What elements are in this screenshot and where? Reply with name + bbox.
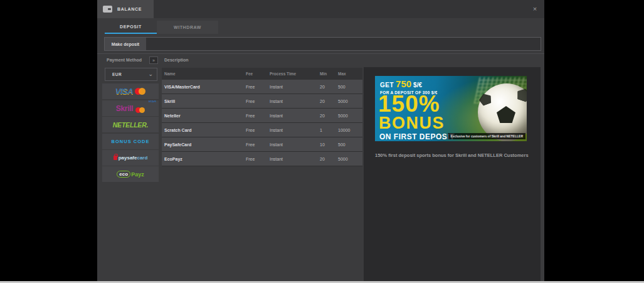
payment-tile-bonus-code[interactable]: BONUS CODE <box>102 134 159 149</box>
promo-caption: 150% first deposit sports bonus for Skri… <box>375 152 533 158</box>
paysafecard-logo: paysafe card <box>113 155 148 161</box>
modal-title: BALANCE <box>117 7 142 11</box>
tab-withdraw[interactable]: WITHDRAW <box>157 21 218 34</box>
promo-bonus-word: BONUS <box>379 115 445 132</box>
currency-selected-value: EUR <box>112 72 122 77</box>
currency-select[interactable]: EUR ⌄ <box>105 68 157 81</box>
promo-exclusive-note: Exclusive for customers of Skrill and NE… <box>448 133 525 139</box>
col-max: Max <box>338 72 346 76</box>
lock-icon <box>113 156 117 160</box>
col-min: Min <box>320 72 327 76</box>
bonus-code-logo: BONUS CODE <box>112 139 150 144</box>
bonus-banner[interactable]: GET 750 $/€ FOR A DEPOSIT OF 300 $/€ 150… <box>375 76 527 141</box>
description-panel: GET 750 $/€ FOR A DEPOSIT OF 300 $/€ 150… <box>364 67 541 281</box>
col-name: Name <box>164 72 176 76</box>
promo-headline: GET 750 $/€ <box>380 78 422 89</box>
collapse-panel-icon[interactable]: » <box>149 56 158 64</box>
section-divider <box>97 53 544 54</box>
payment-tile-visa-mastercard[interactable]: VISA <box>102 83 159 99</box>
table-row[interactable]: EcoPayz Free Instant 20 5000 <box>162 152 362 166</box>
modal-header: BALANCE × <box>97 0 544 18</box>
payment-tile-ecopayz[interactable]: eco Payz <box>102 166 159 182</box>
balance-modal: BALANCE × DEPOSIT WITHDRAW Make deposit … <box>97 0 544 281</box>
ecopayz-logo: eco Payz <box>117 171 144 178</box>
payment-tile-skrill[interactable]: Skrill VISA <box>102 100 159 116</box>
col-process-time: Process Time <box>270 72 296 76</box>
table-row[interactable]: Scratch Card Free Instant 1 10000 <box>162 123 362 137</box>
wallet-icon <box>103 6 112 13</box>
visa-logo: VISA <box>115 87 133 96</box>
tab-deposit[interactable]: DEPOSIT <box>105 21 157 34</box>
visa-small-logo: VISA <box>148 100 156 103</box>
table-row[interactable]: PaySafeCard Free Instant 10 500 <box>162 137 362 152</box>
make-deposit-button[interactable]: Make deposit <box>105 38 146 50</box>
close-icon[interactable]: × <box>529 3 541 14</box>
col-fee: Fee <box>246 72 253 76</box>
chevron-down-icon: ⌄ <box>148 71 153 77</box>
mastercard-icon <box>135 107 145 113</box>
page-background: BALANCE × DEPOSIT WITHDRAW Make deposit … <box>0 0 644 283</box>
payment-tile-neteller[interactable]: NETELLER. <box>102 117 159 132</box>
payment-method-label: Payment Method <box>107 58 142 62</box>
mastercard-icon <box>135 88 145 95</box>
table-row[interactable]: Neteller Free Instant 20 5000 <box>162 109 362 123</box>
tab-balance[interactable]: BALANCE <box>97 0 154 18</box>
deposit-action-bar: Make deposit <box>104 37 541 51</box>
description-label: Description <box>164 58 189 62</box>
skrill-logo: Skrill VISA <box>116 104 145 113</box>
payment-tile-paysafecard[interactable]: paysafe card <box>102 150 159 166</box>
neteller-logo: NETELLER. <box>113 121 149 129</box>
table-row[interactable]: VISA/MasterCard Free Instant 20 500 <box>162 80 362 94</box>
promo-percent: 150% <box>378 92 440 115</box>
table-header-row: Name Fee Process Time Min Max <box>162 68 362 80</box>
promo-on-first-deposit: ON FIRST DEPOSIT <box>379 132 455 141</box>
payment-methods-table: Name Fee Process Time Min Max VISA/Maste… <box>162 68 362 166</box>
table-row[interactable]: Skrill Free Instant 20 5000 <box>162 94 362 109</box>
